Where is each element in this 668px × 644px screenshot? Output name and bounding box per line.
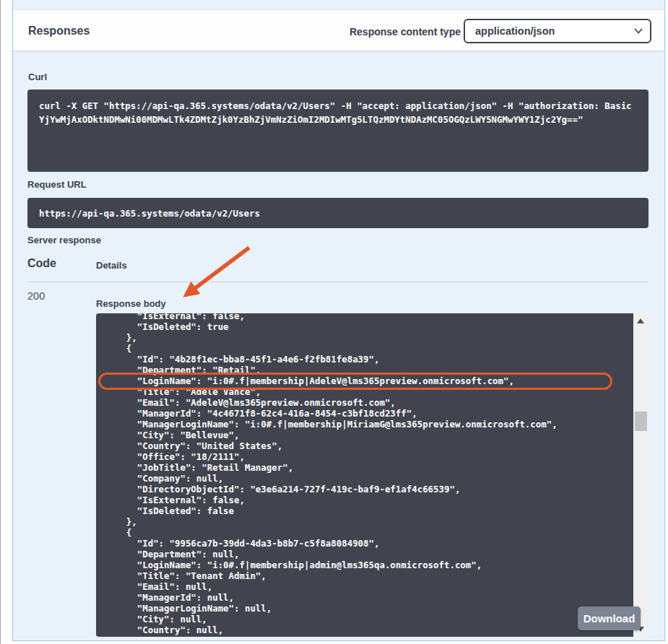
response-content-type-label: Response content type xyxy=(345,26,461,38)
request-url-value: https://api-qa.365.systems/odata/v2/User… xyxy=(27,198,649,228)
response-body-json: "IsExternal": false, "IsDeleted": true }… xyxy=(105,313,633,637)
responses-title: Responses xyxy=(28,25,90,38)
curl-command-block: curl -X GET "https://api-qa.365.systems/… xyxy=(27,90,649,172)
response-content-type-select[interactable]: application/json xyxy=(464,19,651,43)
download-button[interactable]: Download xyxy=(578,606,641,630)
response-body-label: Response body xyxy=(96,298,166,309)
scrollbar-thumb[interactable] xyxy=(635,412,647,431)
response-body-code-block: "IsExternal": false, "IsDeleted": true }… xyxy=(96,313,633,637)
responses-section-header: Responses Response content type applicat… xyxy=(13,9,664,51)
status-code: 200 xyxy=(27,290,45,302)
request-url-label: Request URL xyxy=(27,179,87,190)
server-response-label: Server response xyxy=(27,235,101,245)
code-column-header: Code xyxy=(27,257,56,270)
window-left-border xyxy=(0,0,1,644)
scrollbar-track[interactable] xyxy=(633,313,649,637)
scroll-up-arrow-icon[interactable] xyxy=(637,318,644,323)
response-body-panel[interactable]: "IsExternal": false, "IsDeleted": true }… xyxy=(96,313,649,637)
curl-label: Curl xyxy=(28,71,47,82)
response-table-divider xyxy=(27,282,649,282)
swagger-responses-page: Responses Response content type applicat… xyxy=(0,0,668,644)
response-content-type-select-wrap: application/json xyxy=(464,19,651,43)
details-column-header: Details xyxy=(96,260,127,271)
